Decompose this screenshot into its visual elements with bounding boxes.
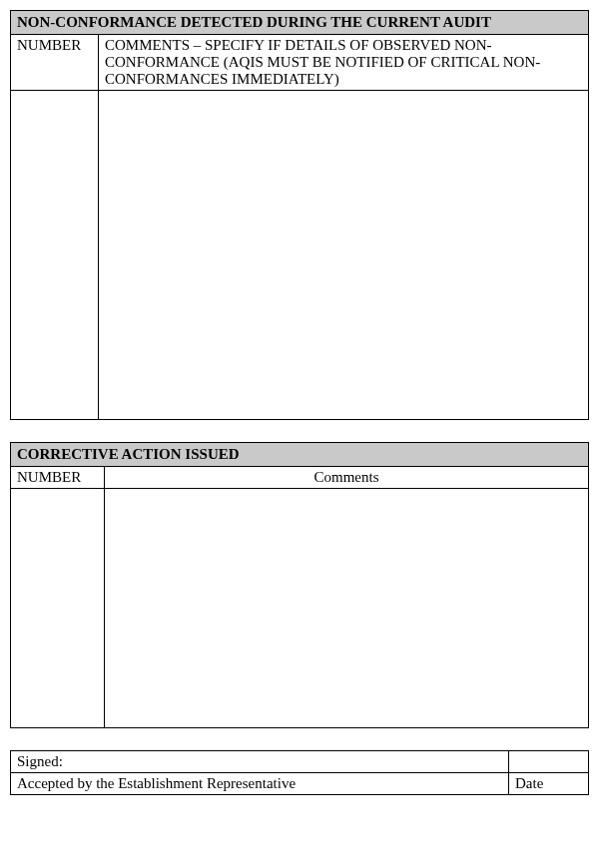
nonconformance-comments-cell bbox=[99, 91, 589, 420]
nonconformance-col-comments: COMMENTS – SPECIFY IF DETAILS OF OBSERVE… bbox=[99, 35, 589, 91]
corrective-col-comments: Comments bbox=[105, 467, 589, 489]
signed-label: Signed: bbox=[11, 751, 509, 773]
nonconformance-table: NON-CONFORMANCE DETECTED DURING THE CURR… bbox=[10, 10, 589, 420]
date-label: Date bbox=[509, 773, 589, 795]
signature-table: Signed: Accepted by the Establishment Re… bbox=[10, 750, 589, 795]
signed-value bbox=[509, 751, 589, 773]
accepted-label: Accepted by the Establishment Representa… bbox=[11, 773, 509, 795]
nonconformance-col-number: NUMBER bbox=[11, 35, 99, 91]
corrective-col-number: NUMBER bbox=[11, 467, 105, 489]
corrective-number-cell bbox=[11, 489, 105, 728]
nonconformance-number-cell bbox=[11, 91, 99, 420]
corrective-action-table: CORRECTIVE ACTION ISSUED NUMBER Comments bbox=[10, 442, 589, 728]
nonconformance-title: NON-CONFORMANCE DETECTED DURING THE CURR… bbox=[11, 11, 589, 35]
corrective-title: CORRECTIVE ACTION ISSUED bbox=[11, 443, 589, 467]
corrective-comments-cell bbox=[105, 489, 589, 728]
